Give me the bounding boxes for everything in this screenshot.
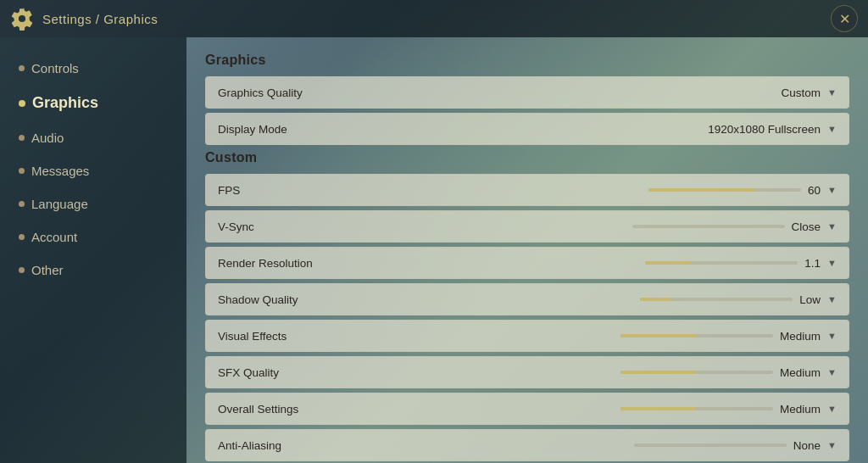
sidebar-label-audio: Audio bbox=[31, 131, 64, 145]
custom-dropdown-arrow-7: ▼ bbox=[827, 440, 837, 450]
slider-track-7[interactable] bbox=[634, 443, 787, 447]
slider-fill-5 bbox=[620, 371, 697, 374]
main-content: Controls Graphics Audio Messages Languag… bbox=[0, 37, 868, 463]
custom-row-label-6: Overall Settings bbox=[218, 403, 620, 416]
custom-row-label-4: Visual Effects bbox=[218, 330, 620, 343]
close-button[interactable]: ✕ bbox=[831, 5, 858, 32]
slider-track-4[interactable] bbox=[620, 334, 773, 337]
sidebar-label-account: Account bbox=[31, 230, 77, 244]
slider-fill-6 bbox=[620, 407, 697, 410]
sidebar-label-controls: Controls bbox=[31, 61, 79, 75]
dropdown-arrow-1: ▼ bbox=[827, 124, 837, 134]
dropdown-arrow-0: ▼ bbox=[827, 87, 837, 98]
sidebar-item-messages[interactable]: Messages bbox=[0, 155, 186, 187]
slider-fill-3 bbox=[640, 298, 670, 301]
sidebar-bullet-other bbox=[19, 267, 25, 273]
graphics-row-0[interactable]: Graphics Quality Custom ▼ bbox=[205, 76, 849, 109]
custom-row-label-1: V-Sync bbox=[218, 220, 632, 233]
custom-row-value-5: Medium ▼ bbox=[620, 366, 837, 379]
custom-row-0[interactable]: FPS 60 ▼ bbox=[205, 174, 849, 206]
custom-row-label-2: Render Resolution bbox=[218, 257, 645, 270]
graphics-section-title: Graphics bbox=[205, 53, 849, 68]
sidebar-bullet-graphics bbox=[19, 100, 25, 107]
custom-row-6[interactable]: Overall Settings Medium ▼ bbox=[205, 393, 849, 425]
custom-row-7[interactable]: Anti-Aliasing None ▼ bbox=[205, 429, 849, 461]
slider-track-1[interactable] bbox=[632, 225, 785, 228]
slider-track-6[interactable] bbox=[620, 407, 773, 410]
sidebar-label-graphics: Graphics bbox=[32, 94, 98, 112]
custom-dropdown-arrow-0: ▼ bbox=[827, 185, 837, 195]
custom-row-5[interactable]: SFX Quality Medium ▼ bbox=[205, 356, 849, 388]
custom-row-value-3: Low ▼ bbox=[640, 293, 837, 306]
top-settings-rows: Graphics Quality Custom ▼ Display Mode 1… bbox=[205, 76, 849, 145]
custom-dropdown-arrow-4: ▼ bbox=[827, 331, 837, 341]
graphics-row-value-0: Custom ▼ bbox=[782, 86, 837, 99]
custom-row-value-6: Medium ▼ bbox=[620, 403, 837, 416]
custom-dropdown-arrow-6: ▼ bbox=[827, 404, 837, 414]
graphics-row-value-1: 1920x1080 Fullscreen ▼ bbox=[708, 123, 837, 136]
custom-settings-rows: FPS 60 ▼ V-Sync Close ▼ Render Resolutio… bbox=[205, 174, 849, 463]
slider-track-0[interactable] bbox=[648, 188, 801, 192]
sidebar-item-controls[interactable]: Controls bbox=[0, 53, 186, 84]
sidebar-bullet-audio bbox=[19, 135, 25, 141]
custom-section: Custom FPS 60 ▼ V-Sync Close ▼ Render Re… bbox=[205, 150, 849, 463]
slider-fill-0 bbox=[648, 188, 755, 192]
custom-row-value-2: 1.1 ▼ bbox=[645, 257, 837, 270]
custom-row-value-0: 60 ▼ bbox=[648, 184, 837, 197]
sidebar-item-other[interactable]: Other bbox=[0, 254, 186, 286]
custom-dropdown-arrow-3: ▼ bbox=[827, 294, 837, 304]
graphics-panel: Graphics Graphics Quality Custom ▼ Displ… bbox=[186, 37, 868, 463]
sidebar-label-messages: Messages bbox=[31, 164, 89, 178]
custom-row-label-3: Shadow Quality bbox=[218, 293, 640, 306]
sidebar-item-language[interactable]: Language bbox=[0, 188, 186, 220]
sidebar: Controls Graphics Audio Messages Languag… bbox=[0, 37, 186, 463]
sidebar-bullet-account bbox=[19, 234, 25, 240]
slider-track-3[interactable] bbox=[640, 298, 793, 301]
sidebar-item-graphics[interactable]: Graphics bbox=[0, 86, 186, 120]
custom-dropdown-arrow-2: ▼ bbox=[827, 258, 837, 268]
sidebar-label-language: Language bbox=[31, 197, 88, 211]
custom-section-title: Custom bbox=[205, 150, 849, 165]
graphics-row-1[interactable]: Display Mode 1920x1080 Fullscreen ▼ bbox=[205, 113, 849, 145]
slider-track-2[interactable] bbox=[645, 261, 798, 265]
title-bar: Settings / Graphics ✕ bbox=[0, 0, 868, 37]
slider-track-5[interactable] bbox=[620, 371, 773, 374]
slider-fill-4 bbox=[620, 334, 697, 337]
sidebar-item-account[interactable]: Account bbox=[0, 221, 186, 253]
sidebar-bullet-language bbox=[19, 201, 25, 207]
custom-row-label-7: Anti-Aliasing bbox=[218, 439, 634, 452]
slider-fill-2 bbox=[645, 261, 691, 265]
sidebar-bullet-controls bbox=[19, 65, 25, 71]
sidebar-item-audio[interactable]: Audio bbox=[0, 122, 186, 153]
sidebar-bullet-messages bbox=[19, 168, 25, 174]
custom-row-4[interactable]: Visual Effects Medium ▼ bbox=[205, 320, 849, 352]
custom-row-value-1: Close ▼ bbox=[632, 220, 837, 233]
custom-row-1[interactable]: V-Sync Close ▼ bbox=[205, 210, 849, 243]
sidebar-label-other: Other bbox=[31, 263, 64, 277]
custom-dropdown-arrow-1: ▼ bbox=[827, 221, 837, 232]
custom-row-value-7: None ▼ bbox=[634, 439, 837, 452]
custom-row-label-5: SFX Quality bbox=[218, 366, 620, 379]
custom-row-label-0: FPS bbox=[218, 184, 648, 197]
settings-window: Settings / Graphics ✕ Controls Graphics … bbox=[0, 0, 868, 463]
graphics-row-label-0: Graphics Quality bbox=[218, 86, 782, 99]
custom-row-value-4: Medium ▼ bbox=[620, 330, 837, 343]
custom-row-2[interactable]: Render Resolution 1.1 ▼ bbox=[205, 247, 849, 279]
graphics-row-label-1: Display Mode bbox=[218, 123, 708, 136]
custom-dropdown-arrow-5: ▼ bbox=[827, 367, 837, 377]
gear-icon bbox=[10, 7, 34, 31]
custom-row-3[interactable]: Shadow Quality Low ▼ bbox=[205, 283, 849, 315]
breadcrumb: Settings / Graphics bbox=[42, 12, 158, 26]
